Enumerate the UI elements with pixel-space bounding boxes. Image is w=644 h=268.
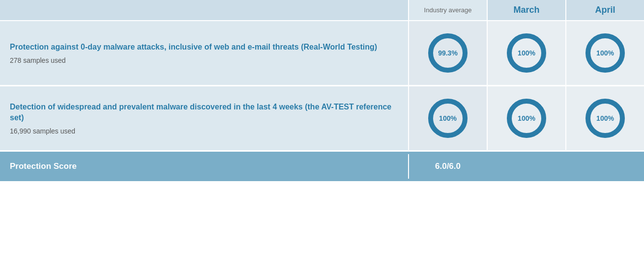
donut-label: 99.3% [438, 49, 458, 57]
data-rows: Protection against 0-day malware attacks… [0, 21, 644, 152]
data-row-2: Detection of widespread and prevalent ma… [0, 86, 644, 152]
donut-chart: 99.3% [426, 31, 470, 75]
donut-label: 100% [596, 49, 614, 57]
donut-cell: 100% [487, 21, 565, 85]
donut-cell: 100% [487, 86, 565, 150]
data-row-1: Protection against 0-day malware attacks… [0, 21, 644, 86]
donut-label: 100% [596, 114, 614, 122]
donut-cell: 100% [565, 86, 644, 150]
header-april: April [565, 0, 644, 20]
donut-cell: 100% [565, 21, 644, 85]
donut-chart: 100% [583, 31, 627, 75]
header-row: Industry average March April [0, 0, 644, 21]
donut-cell: 100% [408, 86, 487, 150]
donut-label: 100% [518, 49, 535, 57]
score-value: 6.0/6.0 [408, 154, 487, 179]
donut-chart: 100% [504, 96, 549, 140]
header-label [0, 0, 408, 20]
donut-chart: 100% [426, 96, 470, 140]
donut-label: 100% [439, 114, 457, 122]
row-subtitle: 16,990 samples used [10, 127, 398, 135]
row-label-cell: Detection of widespread and prevalent ma… [0, 93, 408, 144]
row-subtitle: 278 samples used [10, 56, 398, 64]
donut-cell: 99.3% [408, 21, 487, 85]
row-label-cell: Protection against 0-day malware attacks… [0, 33, 408, 73]
header-industry-average: Industry average [408, 0, 487, 20]
score-row: Protection Score 6.0/6.0 [0, 152, 644, 181]
score-label: Protection Score [0, 154, 408, 179]
donut-chart: 100% [583, 96, 627, 140]
donut-label: 100% [518, 114, 535, 122]
row-title: Protection against 0-day malware attacks… [10, 42, 398, 53]
donut-chart: 100% [504, 31, 549, 75]
row-title: Detection of widespread and prevalent ma… [10, 102, 398, 124]
header-march: March [487, 0, 565, 20]
